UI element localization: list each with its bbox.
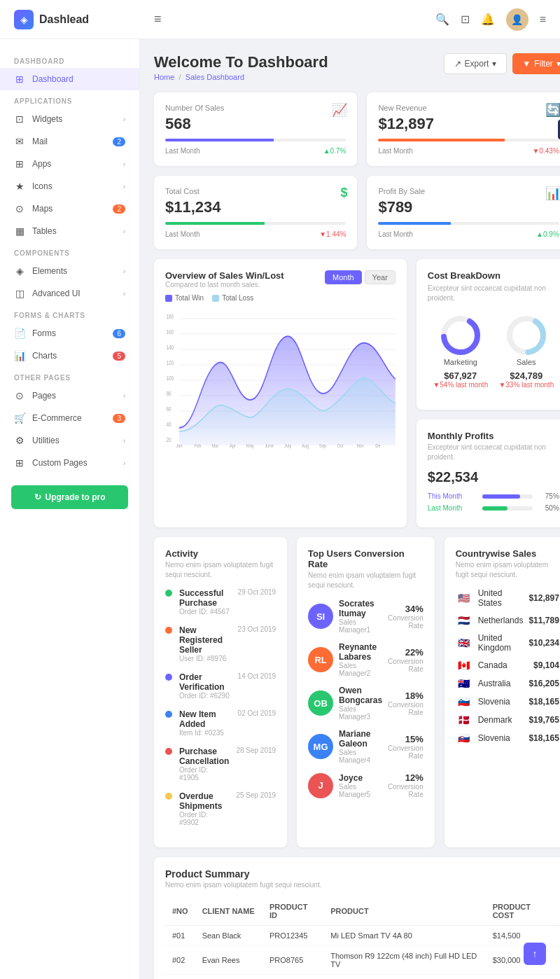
- filter-button[interactable]: ▼ Filter ▾: [512, 53, 560, 74]
- upgrade-button[interactable]: ↻ Upgrade to pro: [11, 485, 128, 509]
- conv-lbl-2: Conversion Rate: [388, 701, 424, 716]
- sidebar-label-maps: Maps: [32, 204, 106, 214]
- header-actions: ↗ Export ▾ ▼ Filter ▾: [444, 53, 560, 74]
- bell-icon[interactable]: 🔔: [481, 13, 495, 26]
- activity-sub-4: Order ID: #1905: [179, 766, 229, 782]
- export-chevron: ▾: [492, 59, 496, 69]
- conv-pct-2: 18%: [388, 690, 424, 701]
- sidebar-item-icons[interactable]: ★ Icons ›: [0, 175, 139, 197]
- sidebar-section-other: OTHER PAGES: [0, 367, 139, 384]
- cost-circles: Marketing $67,927 ▼54% last month: [428, 313, 559, 389]
- stat-label-profit: Profit By Sale: [378, 187, 559, 195]
- sidebar-label-widgets: Widgets: [32, 114, 116, 124]
- sidebar-item-maps[interactable]: ⊙ Maps 2: [0, 197, 139, 220]
- stat-footer-profit: Last Month ▲0.9%: [378, 230, 559, 238]
- sidebar-item-elements[interactable]: ◈ Elements ›: [0, 260, 139, 282]
- conv-role-3: Sales Manager4: [339, 749, 382, 764]
- sidebar-item-tables[interactable]: ▦ Tables ›: [0, 220, 139, 242]
- country-item-0: 🇺🇸 United States $12,897: [456, 588, 559, 608]
- activity-item-5: Overdue Shipments Order ID: #9902 25 Sep…: [165, 791, 276, 826]
- svg-text:40: 40: [166, 421, 172, 428]
- svg-text:Jan: Jan: [176, 443, 182, 448]
- conv-rate-0: 34% Conversion Rate: [388, 604, 424, 630]
- conv-pct-1: 22%: [388, 647, 424, 658]
- sidebar-label-mail: Mail: [32, 137, 106, 146]
- activity-date-0: 29 Oct 2019: [238, 588, 276, 596]
- svg-text:60: 60: [166, 405, 172, 412]
- search-icon[interactable]: 🔍: [435, 13, 449, 26]
- chevron-icon: ›: [123, 459, 125, 467]
- activity-desc: Nemo enim ipsam voluptatem fugit sequi n…: [165, 560, 276, 580]
- chevron-icon: ›: [123, 268, 125, 275]
- country-item-7: 🇸🇰 Slovenia $18,165: [456, 732, 559, 744]
- area-chart-svg: 180 160 140 120 100 80 60 40 20: [165, 309, 396, 449]
- export-button[interactable]: ↗ Export ▾: [444, 53, 507, 74]
- sidebar-item-apps[interactable]: ⊞ Apps ›: [0, 153, 139, 175]
- legend-total-loss: Total Loss: [212, 294, 253, 302]
- stat-value-cost: $11,234: [165, 198, 346, 216]
- sidebar-item-ecommerce[interactable]: 🛒 E-Commerce 3: [0, 407, 139, 429]
- sidebar-item-pages[interactable]: ⊙ Pages ›: [0, 384, 139, 407]
- stat-footer-label-cost: Last Month: [165, 230, 200, 238]
- svg-text:80: 80: [166, 390, 172, 397]
- country-name-1: Netherlands: [478, 616, 524, 625]
- country-name-3: Canada: [478, 660, 528, 670]
- chevron-icon: ›: [123, 392, 125, 400]
- activity-title-2: Order Verification: [179, 672, 231, 692]
- activity-sub-1: User ID: #8976: [179, 655, 231, 662]
- sidebar-label-icons: Icons: [32, 181, 116, 191]
- svg-text:Feb: Feb: [195, 443, 202, 448]
- menu-icon[interactable]: ≡: [540, 13, 546, 26]
- country-item-6: 🇩🇰 Denmark $19,765: [456, 714, 559, 725]
- sidebar-item-advanced-ui[interactable]: ◫ Advanced UI ›: [0, 282, 139, 305]
- activity-title-3: New Item Added: [179, 709, 231, 729]
- hamburger-icon[interactable]: ≡: [154, 12, 162, 27]
- conv-rate-2: 18% Conversion Rate: [388, 690, 424, 716]
- chart-tab-month[interactable]: Month: [325, 270, 362, 284]
- sidebar-item-forms[interactable]: 📄 Forms 6: [0, 322, 139, 345]
- scroll-top-button[interactable]: ↑: [524, 943, 546, 965]
- sidebar-item-widgets[interactable]: ⊡ Widgets ›: [0, 108, 139, 130]
- sales-chart-card: Overview of Sales Win/Lost Compared to l…: [154, 259, 407, 527]
- svg-text:120: 120: [166, 359, 174, 366]
- conv-name-1: Reynante Labares: [339, 642, 382, 662]
- stat-label-revenue: New Revenue: [378, 104, 559, 112]
- fullscreen-icon[interactable]: ⊡: [461, 13, 470, 26]
- conv-item-3: MG Mariane Galeon Sales Manager4 15% Con…: [308, 729, 424, 764]
- sidebar-section-applications: APPLICATIONS: [0, 90, 139, 108]
- chart-tab-year[interactable]: Year: [365, 270, 396, 284]
- breadcrumb-home: Home: [154, 73, 174, 81]
- conversion-title: Top Users Conversion Rate: [308, 548, 424, 569]
- row-client-1: Evan Rees: [195, 946, 262, 975]
- ecommerce-icon: 🛒: [14, 412, 25, 424]
- donut-chart-sales: [504, 313, 549, 358]
- stat-label-sales: Number Of Sales: [165, 104, 346, 112]
- sidebar-item-charts[interactable]: 📊 Charts 5: [0, 345, 139, 367]
- chevron-icon: ›: [123, 160, 125, 168]
- dashboard-icon: ⊞: [14, 74, 25, 85]
- sidebar-item-mail[interactable]: ✉ Mail 2: [0, 130, 139, 153]
- export-icon: ↗: [454, 59, 461, 69]
- charts-row: Overview of Sales Win/Lost Compared to l…: [154, 259, 560, 527]
- maps-icon: ⊙: [14, 203, 25, 214]
- stat-change-revenue: ▼0.43%: [533, 147, 559, 155]
- ecommerce-badge: 3: [113, 414, 125, 423]
- conv-name-2: Owen Bongcaras: [339, 686, 382, 705]
- conv-avatar-2: OB: [308, 690, 333, 716]
- activity-title-5: Overdue Shipments: [179, 791, 229, 811]
- forms-icon: 📄: [14, 328, 25, 339]
- conv-avatar-1: RL: [308, 647, 333, 672]
- activity-sub-5: Order ID: #9902: [179, 811, 229, 826]
- sidebar-item-custom-pages[interactable]: ⊞ Custom Pages ›: [0, 452, 139, 474]
- breadcrumb-current: Sales Dashboard: [186, 73, 244, 81]
- stat-footer-label-revenue: Last Month: [378, 147, 412, 155]
- profit-desc: Excepteur sint occaecat cupidatat non pr…: [428, 443, 559, 462]
- country-sales-card: Countrywise Sales Nemo enim ipsam volupt…: [444, 537, 560, 847]
- pages-icon: ⊙: [14, 390, 25, 401]
- country-item-3: 🇨🇦 Canada $9,104: [456, 660, 559, 671]
- sidebar-item-utilities[interactable]: ⚙ Utilities ›: [0, 429, 139, 452]
- avatar[interactable]: 👤: [506, 8, 528, 31]
- maps-badge: 2: [113, 204, 125, 214]
- cost-change-sales: ▼33% last month: [498, 381, 554, 389]
- sidebar-item-dashboard[interactable]: ⊞ Dashboard: [0, 68, 139, 90]
